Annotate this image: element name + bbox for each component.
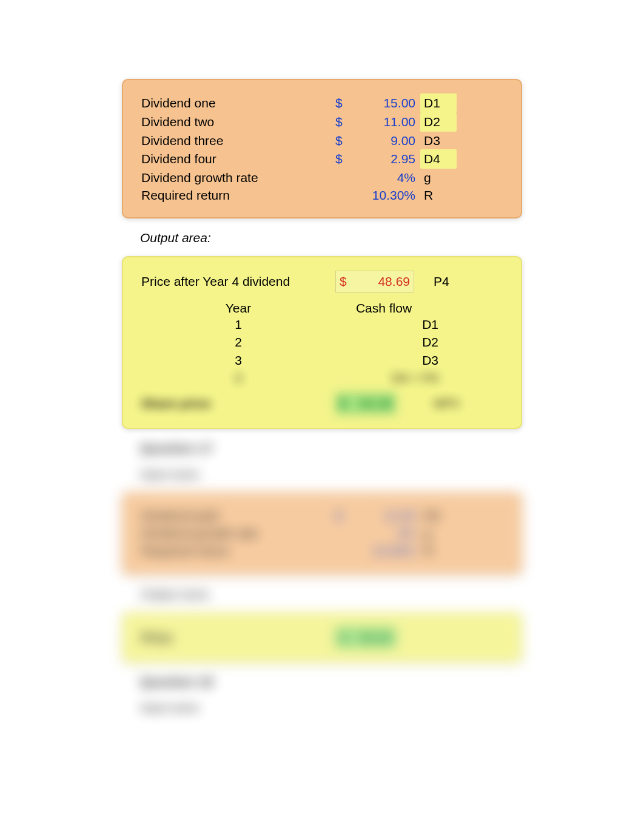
code-p4: P4 <box>426 272 463 290</box>
p3-row-1: Dividend paid $ 12.00 D0 <box>141 507 503 524</box>
output-panel-1: Price after Year 4 dividend $ 48.69 P4 Y… <box>122 256 522 428</box>
input-area-label-2: Input area: <box>122 467 522 481</box>
cashflow-header-label: Cash flow <box>335 301 432 316</box>
currency-d3: $ <box>335 132 347 149</box>
code-r: R <box>420 186 457 204</box>
cf-row-1: 1 D1 <box>141 316 503 333</box>
currency-d4: $ <box>335 150 347 167</box>
cashflow-header: Year Cash flow <box>141 301 503 316</box>
output-area-label-2: Output area: <box>122 587 522 601</box>
currency-p4: $ <box>340 272 347 290</box>
code-g: g <box>420 169 457 186</box>
value-g: 4% <box>347 169 420 186</box>
cf-row-3: 3 D3 <box>141 351 503 369</box>
p3-label-2: Dividend growth rate <box>141 524 335 542</box>
p3-val-3: 10.80% <box>347 542 420 559</box>
currency-d1: $ <box>335 94 347 112</box>
p3-row-3: Required return 10.80% R <box>141 542 503 559</box>
cf-val-2: D2 <box>335 333 457 351</box>
code-d2: D2 <box>420 112 457 131</box>
input-area-label-3: Input area: <box>122 700 522 715</box>
boxed-p4: $ 48.69 <box>335 271 414 292</box>
blurred-region: Question 17 Input area: Dividend paid $ … <box>0 441 644 715</box>
currency-d2: $ <box>335 113 347 130</box>
row-g: Dividend growth rate 4% g <box>141 169 503 186</box>
value-r: 10.30% <box>347 186 420 204</box>
p3-row-2: Dividend growth rate 4% g <box>141 524 503 542</box>
input-panel-1: Dividend one $ 15.00 D1 Dividend two $ 1… <box>122 79 522 218</box>
cf-year-2: 2 <box>141 333 335 351</box>
p4-curr: $ <box>340 629 347 646</box>
value-d4: 2.95 <box>347 150 420 167</box>
value-d1: 15.00 <box>347 94 420 112</box>
label-r: Required return <box>141 186 335 204</box>
value-d2: 11.00 <box>347 113 420 130</box>
currency-share-price: $ <box>340 394 347 412</box>
cf-row-2: 2 D2 <box>141 333 503 351</box>
label-g: Dividend growth rate <box>141 169 335 186</box>
cf-val-1: D1 <box>335 316 457 333</box>
row-share-price: Share price $ 63.29 NPV <box>141 393 503 414</box>
output-panel-2: Price $ 96.00 <box>122 612 522 663</box>
label-d2: Dividend two <box>141 113 335 130</box>
code-d4: D4 <box>420 149 457 168</box>
p4-row: Price $ 96.00 <box>141 627 503 648</box>
p4-boxed: $ 96.00 <box>335 627 396 648</box>
p3-code-2: g <box>420 524 457 542</box>
label-share-price: Share price <box>141 394 335 412</box>
cf-val-3: D3 <box>335 351 457 369</box>
cf-row-4: 4 D4 + P4 <box>141 369 503 387</box>
label-d1: Dividend one <box>141 94 335 112</box>
boxed-share-price: $ 63.29 <box>335 393 396 414</box>
input-panel-2: Dividend paid $ 12.00 D0 Dividend growth… <box>122 492 522 575</box>
value-p4: 48.69 <box>378 274 410 288</box>
p3-code-3: R <box>420 542 457 559</box>
p3-code-1: D0 <box>420 507 457 524</box>
question-17-label: Question 17 <box>122 441 522 456</box>
p3-label-3: Required return <box>141 542 335 559</box>
row-d2: Dividend two $ 11.00 D2 <box>141 112 503 131</box>
output-area-label: Output area: <box>122 231 522 245</box>
p3-label-1: Dividend paid <box>141 507 335 524</box>
label-d3: Dividend three <box>141 132 335 149</box>
p3-curr-1: $ <box>335 507 347 524</box>
row-d4: Dividend four $ 2.95 D4 <box>141 149 503 168</box>
row-d3: Dividend three $ 9.00 D3 <box>141 132 503 149</box>
code-share-price: NPV <box>426 394 463 412</box>
row-d1: Dividend one $ 15.00 D1 <box>141 93 503 112</box>
label-d4: Dividend four <box>141 150 335 167</box>
cf-year-1: 1 <box>141 316 335 333</box>
p3-val-2: 4% <box>347 524 420 542</box>
question-18-label: Question 18 <box>122 675 522 689</box>
value-share-price: 63.29 <box>360 396 392 410</box>
cf-val-4: D4 + P4 <box>335 369 457 387</box>
row-p4: Price after Year 4 dividend $ 48.69 P4 <box>141 271 503 292</box>
code-d3: D3 <box>420 132 457 149</box>
cf-year-3: 3 <box>141 351 335 369</box>
row-r: Required return 10.30% R <box>141 186 503 204</box>
cf-year-4: 4 <box>141 369 335 387</box>
p4-label: Price <box>141 629 335 646</box>
value-d3: 9.00 <box>347 132 420 149</box>
label-p4: Price after Year 4 dividend <box>141 272 335 290</box>
code-d1: D1 <box>420 93 457 112</box>
p4-val: 96.00 <box>360 630 392 644</box>
year-header: Year <box>141 301 335 316</box>
p3-val-1: 12.00 <box>347 507 420 524</box>
